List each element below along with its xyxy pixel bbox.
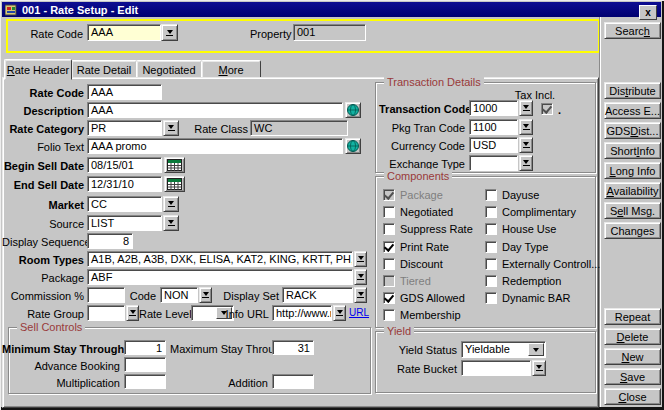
room-types-field[interactable]: A1B, A2B, A3B, DXK, ELISA, KAT2, KING, K…: [87, 251, 353, 267]
maximum-stay-field[interactable]: 31: [272, 340, 314, 355]
search-button[interactable]: Search: [604, 22, 661, 39]
component-label: Print Rate: [400, 241, 449, 254]
folio-text-field[interactable]: AAA promo: [87, 138, 343, 154]
end-sell-date-field[interactable]: 12/31/10: [87, 176, 162, 192]
multiplication-field[interactable]: [124, 374, 166, 389]
description-language-globe-button[interactable]: [345, 102, 361, 118]
code-field[interactable]: NON: [160, 287, 198, 303]
short-info-button[interactable]: Short Info: [604, 142, 661, 159]
addition-field[interactable]: [272, 374, 314, 389]
delete-button[interactable]: Delete: [604, 328, 661, 345]
component-checkbox[interactable]: [383, 309, 395, 321]
component-checkbox[interactable]: [485, 206, 497, 218]
display-set-lov-button[interactable]: [354, 287, 367, 303]
close-icon[interactable]: x: [639, 5, 657, 20]
tab-rate-header[interactable]: Rate Header: [4, 59, 72, 80]
currency-code-lov-button[interactable]: [519, 137, 533, 153]
component-checkbox[interactable]: [485, 223, 497, 235]
component-checkbox[interactable]: [383, 241, 395, 253]
component-checkbox[interactable]: [383, 292, 395, 304]
component-checkbox[interactable]: [485, 258, 497, 270]
rate-bucket-field[interactable]: [461, 360, 531, 376]
source-field[interactable]: LIST: [87, 215, 162, 231]
begin-sell-date-field[interactable]: 08/15/01: [87, 157, 162, 173]
repeat-button[interactable]: Repeat: [604, 308, 661, 325]
new-button[interactable]: New: [604, 348, 661, 365]
component-checkbox[interactable]: [485, 292, 497, 304]
market-field[interactable]: CC: [87, 196, 162, 212]
display-set-field[interactable]: RACK: [282, 287, 353, 303]
component-label: Externally Controll...: [502, 258, 600, 271]
tax-incl-checkbox: [541, 103, 553, 115]
rate-category-field[interactable]: PR: [87, 120, 162, 136]
description-field[interactable]: AAA: [87, 102, 343, 118]
rate-bucket-label: Rate Bucket: [371, 362, 457, 376]
source-lov-button[interactable]: [163, 215, 179, 231]
info-url-lov-button[interactable]: [333, 305, 346, 321]
rate-group-field[interactable]: [87, 305, 125, 321]
long-info-button[interactable]: Long Info: [604, 162, 661, 179]
component-row: Redemption: [485, 273, 593, 290]
component-row: Discount: [383, 256, 483, 273]
advance-booking-field[interactable]: [124, 357, 166, 372]
chevron-down-icon[interactable]: [528, 343, 544, 356]
transaction-details-title: Transaction Details: [384, 75, 484, 89]
market-lov-button[interactable]: [163, 196, 179, 212]
currency-code-field[interactable]: USD: [469, 137, 518, 153]
component-label: Negotiated: [400, 206, 453, 219]
save-button[interactable]: Save: [604, 368, 661, 385]
info-url-field[interactable]: http://www.ms: [272, 305, 332, 321]
transaction-code-lov-button[interactable]: [519, 100, 533, 116]
access-exceptions-button[interactable]: Access E...: [604, 102, 661, 119]
availability-button[interactable]: Availability: [604, 182, 661, 199]
transaction-code-field[interactable]: 1000: [469, 100, 518, 116]
tab-more[interactable]: More: [201, 60, 261, 79]
component-checkbox[interactable]: [383, 258, 395, 270]
components-right-column: DayuseComplimentaryHouse UseDay TypeExte…: [485, 187, 593, 307]
begin-sell-date-calendar-button[interactable]: [164, 157, 185, 173]
multiplication-label: Multiplication: [2, 376, 120, 390]
header-rate-code-field[interactable]: AAA: [87, 24, 161, 41]
minimum-stay-field[interactable]: 1: [124, 340, 166, 355]
title-bar: 001 - Rate Setup - Edit x: [2, 2, 661, 17]
package-lov-button[interactable]: [354, 269, 367, 285]
folio-text-language-globe-button[interactable]: [345, 138, 361, 154]
exchange-type-lov-button[interactable]: [519, 155, 533, 171]
changes-button[interactable]: Changes: [604, 222, 661, 239]
end-sell-date-calendar-button[interactable]: [164, 176, 185, 192]
rate-bucket-lov-button[interactable]: [532, 360, 546, 376]
component-checkbox[interactable]: [485, 275, 497, 287]
display-sequence-field[interactable]: 8: [87, 233, 133, 249]
lov-arrow-icon: [168, 201, 174, 205]
lov-arrow-icon: [168, 125, 174, 129]
source-label: Source: [2, 217, 84, 231]
component-checkbox[interactable]: [485, 189, 497, 201]
tab-rate-detail[interactable]: Rate Detail: [71, 60, 137, 79]
globe-icon: [347, 140, 359, 152]
package-field[interactable]: ABF: [87, 269, 353, 285]
header-rate-code-lov-button[interactable]: [161, 24, 178, 41]
room-types-lov-button[interactable]: [354, 251, 367, 267]
pkg-tran-code-lov-button[interactable]: [519, 119, 533, 135]
component-checkbox[interactable]: [383, 206, 395, 218]
lov-arrow-icon: [337, 310, 343, 314]
pkg-tran-code-field[interactable]: 1100: [469, 119, 518, 135]
rate-group-lov-button[interactable]: [126, 305, 139, 321]
exchange-type-field[interactable]: [469, 155, 518, 171]
component-row: Complimentary: [485, 204, 593, 221]
component-checkbox[interactable]: [383, 223, 395, 235]
rate-code-field[interactable]: AAA: [87, 84, 162, 100]
gds-dist-button[interactable]: GDS Dist...: [604, 122, 661, 139]
url-link[interactable]: URL: [349, 307, 369, 319]
component-checkbox[interactable]: [485, 241, 497, 253]
commission-label: Commission %: [2, 289, 84, 303]
close-button[interactable]: Close: [604, 388, 661, 405]
distribute-button[interactable]: Distribute: [604, 82, 661, 99]
tab-negotiated[interactable]: Negotiated: [136, 60, 202, 79]
sell-msg-button[interactable]: Sell Msg.: [604, 202, 661, 219]
rate-category-lov-button[interactable]: [163, 120, 179, 136]
calendar-icon: [167, 178, 182, 190]
code-lov-button[interactable]: [199, 287, 212, 303]
yield-status-combobox[interactable]: Yieldable: [461, 341, 546, 358]
rate-setup-window: 001 - Rate Setup - Edit x Rate Code AAA …: [0, 0, 664, 410]
